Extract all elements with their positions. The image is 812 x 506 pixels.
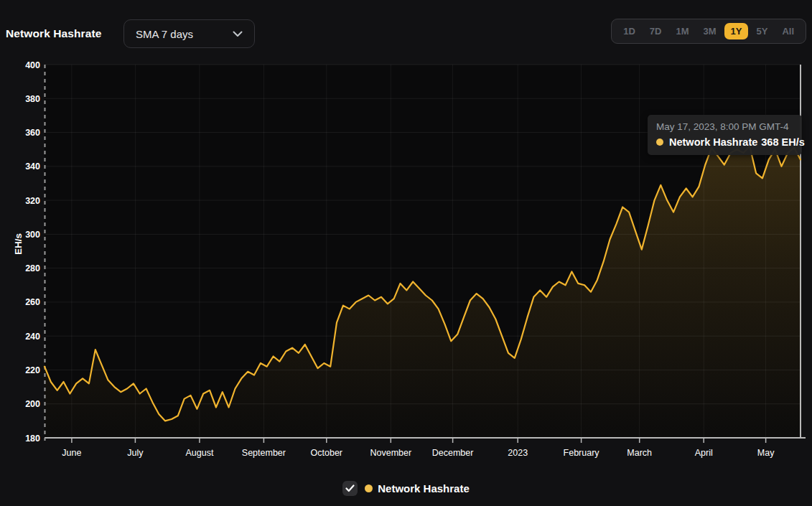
tooltip-series-name: Network Hashrate <box>669 136 757 148</box>
svg-text:2023: 2023 <box>508 448 528 458</box>
legend-checkbox[interactable] <box>342 481 358 496</box>
svg-text:240: 240 <box>25 332 40 342</box>
range-button-1m[interactable]: 1M <box>669 23 695 39</box>
svg-text:180: 180 <box>25 434 40 444</box>
svg-text:August: August <box>185 448 213 458</box>
legend-series-toggle[interactable]: Network Hashrate <box>365 482 470 495</box>
svg-text:220: 220 <box>25 365 40 375</box>
chart-tooltip: May 17, 2023, 8:00 PM GMT-4 Network Hash… <box>648 115 802 155</box>
svg-text:September: September <box>242 448 286 458</box>
legend-series-dot-icon <box>365 484 373 492</box>
hashrate-line-chart[interactable]: JuneJulyAugustSeptemberOctoberNovemberDe… <box>0 0 812 506</box>
y-axis-title: EH/s <box>13 233 24 255</box>
y-axis-labels: 180200220240260280300320340360380400 <box>25 60 40 444</box>
tooltip-value: 368 EH/s <box>761 136 804 148</box>
sma-dropdown[interactable]: SMA 7 days <box>123 19 255 48</box>
range-selector: 1D 7D 1M 3M 1Y 5Y All <box>611 19 806 44</box>
range-button-5y[interactable]: 5Y <box>750 23 774 39</box>
svg-text:December: December <box>432 448 474 458</box>
tooltip-timestamp: May 17, 2023, 8:00 PM GMT-4 <box>656 121 793 132</box>
range-button-3m[interactable]: 3M <box>697 23 723 39</box>
svg-text:November: November <box>370 448 411 458</box>
svg-text:360: 360 <box>25 128 40 138</box>
page-title: Network Hashrate <box>6 27 101 40</box>
svg-text:380: 380 <box>25 94 40 104</box>
sma-dropdown-value: SMA 7 days <box>136 28 193 40</box>
range-button-7d[interactable]: 7D <box>643 23 668 39</box>
svg-text:280: 280 <box>25 263 40 273</box>
svg-text:200: 200 <box>25 399 40 409</box>
svg-text:300: 300 <box>25 230 40 240</box>
svg-text:October: October <box>311 448 342 458</box>
tooltip-series-row: Network Hashrate368 EH/s <box>656 136 793 148</box>
svg-text:February: February <box>564 448 600 458</box>
chart-legend: Network Hashrate <box>0 478 812 498</box>
svg-text:July: July <box>127 448 144 458</box>
x-axis-ticks <box>72 438 766 443</box>
range-button-1d[interactable]: 1D <box>617 23 642 39</box>
range-button-all[interactable]: All <box>775 23 801 39</box>
svg-text:320: 320 <box>25 196 40 206</box>
svg-text:May: May <box>757 448 775 458</box>
svg-text:260: 260 <box>25 297 40 307</box>
legend-series-label: Network Hashrate <box>378 482 470 495</box>
range-button-1y-active[interactable]: 1Y <box>724 23 749 39</box>
series-color-dot-icon <box>656 139 663 146</box>
svg-text:340: 340 <box>25 161 40 172</box>
svg-text:March: March <box>627 448 652 458</box>
svg-text:April: April <box>695 448 713 458</box>
svg-text:400: 400 <box>25 60 40 70</box>
chevron-down-icon <box>233 31 243 37</box>
x-axis-labels: JuneJulyAugustSeptemberOctoberNovemberDe… <box>62 448 775 458</box>
svg-text:June: June <box>62 448 81 458</box>
checkmark-icon <box>345 484 355 492</box>
